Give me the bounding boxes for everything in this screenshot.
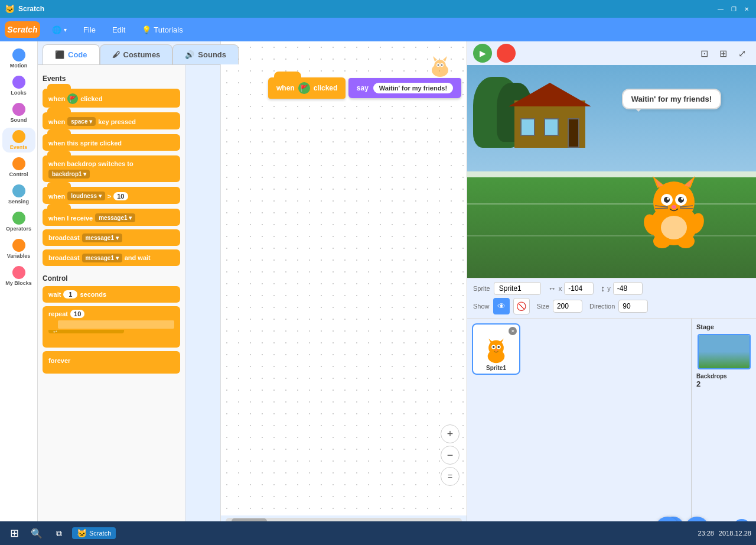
stage-canvas: Waitin' for my friends! xyxy=(467,65,756,278)
zoom-in-button[interactable]: + xyxy=(441,424,460,443)
variables-dot xyxy=(12,239,25,252)
sprite-x-input[interactable] xyxy=(564,282,594,295)
motion-dot xyxy=(12,48,25,61)
block-when-key-pressed[interactable]: when space ▾ key pressed xyxy=(43,112,180,129)
script-canvas[interactable]: when 🚩 clicked say Waitin' for my friend… xyxy=(221,41,467,515)
svg-point-1 xyxy=(434,60,446,72)
sound-dot xyxy=(12,103,25,116)
block-forever[interactable]: forever xyxy=(43,351,180,374)
svg-point-16 xyxy=(664,197,670,203)
backdrops-count: 2 xyxy=(694,379,700,388)
sprite-delete-button[interactable]: ✕ xyxy=(509,327,517,335)
tab-costumes[interactable]: 🖌 Costumes xyxy=(100,44,173,64)
sprite-name-input[interactable] xyxy=(494,282,541,295)
show-label: Show xyxy=(473,303,490,310)
block-when-flag-clicked[interactable]: when 🚩 clicked xyxy=(43,89,180,108)
search-taskbar-button[interactable]: 🔍 xyxy=(27,524,46,543)
sidebar-item-sound[interactable]: Sound xyxy=(2,100,35,125)
sensing-label: Sensing xyxy=(8,199,29,205)
control-label: Control xyxy=(9,171,28,177)
edit-menu[interactable]: Edit xyxy=(107,23,130,37)
taskbar-cat-icon: 🐱 xyxy=(77,528,87,538)
sidebar-item-events[interactable]: Events xyxy=(2,128,35,153)
task-view-button[interactable]: ⧉ xyxy=(50,524,69,543)
sidebar-item-looks[interactable]: Looks xyxy=(2,73,35,98)
wait-value[interactable]: 1 xyxy=(63,290,77,299)
myblocks-label: My Blocks xyxy=(5,280,32,286)
file-menu[interactable]: File xyxy=(79,23,100,37)
green-flag-button[interactable] xyxy=(473,44,492,63)
globe-icon: 🌐 xyxy=(52,25,61,34)
tutorials-menu[interactable]: 💡 Tutorials xyxy=(137,23,187,37)
house-door xyxy=(568,118,579,148)
block-broadcast[interactable]: broadcast message1 ▾ xyxy=(43,229,180,246)
block-broadcast-wait[interactable]: broadcast message1 ▾ and wait xyxy=(43,249,180,266)
fullscreen-button[interactable]: ⤢ xyxy=(734,45,750,61)
svg-marker-3 xyxy=(443,56,447,61)
direction-input[interactable] xyxy=(618,300,648,313)
menubar: Scratch 🌐 ▾ File Edit 💡 Tutorials xyxy=(0,18,756,41)
sidebar-item-control[interactable]: Control xyxy=(2,155,35,180)
script-say-block[interactable]: say Waitin' for my friends! xyxy=(348,78,461,98)
show-hidden-button[interactable]: 🚫 xyxy=(513,298,530,314)
small-stage-button[interactable]: ⊡ xyxy=(696,45,712,61)
svg-point-20 xyxy=(672,205,676,209)
bulb-icon: 💡 xyxy=(142,25,151,34)
language-menu[interactable]: 🌐 ▾ xyxy=(47,23,71,37)
svg-line-22 xyxy=(655,208,668,209)
block-repeat[interactable]: repeat 10 ↩ xyxy=(43,306,180,348)
broadcast-dropdown[interactable]: message1 ▾ xyxy=(82,233,122,242)
stage-mini-thumbnail[interactable] xyxy=(698,334,751,369)
operators-label: Operators xyxy=(6,226,31,232)
sidebar-item-motion[interactable]: Motion xyxy=(2,46,35,71)
script-hat-block[interactable]: when 🚩 clicked xyxy=(268,77,346,99)
repeat-value[interactable]: 10 xyxy=(70,310,84,318)
block-when-backdrop[interactable]: when backdrop switches to backdrop1 ▾ xyxy=(43,155,180,182)
zoom-out-button[interactable]: − xyxy=(441,446,460,465)
block-when-loudness[interactable]: when loudness ▾ > 10 xyxy=(43,187,180,204)
taskbar-time: 23:28 xyxy=(698,530,714,537)
svg-point-6 xyxy=(438,64,439,66)
sensor-dropdown[interactable]: loudness ▾ xyxy=(67,192,105,200)
say-value[interactable]: Waitin' for my friends! xyxy=(373,83,453,93)
sidebar-item-sensing[interactable]: Sensing xyxy=(2,182,35,207)
message-receive-dropdown[interactable]: message1 ▾ xyxy=(95,213,135,222)
svg-point-17 xyxy=(678,197,684,203)
scratch-taskbar-item[interactable]: 🐱 Scratch xyxy=(72,527,116,539)
control-section-title: Control xyxy=(43,274,180,283)
tab-sounds[interactable]: 🔊 Sounds xyxy=(172,44,239,64)
cat-sprite[interactable] xyxy=(627,160,721,254)
speech-bubble: Waitin' for my friends! xyxy=(622,89,721,109)
maximize-button[interactable]: ❐ xyxy=(729,4,738,14)
normal-stage-button[interactable]: ⊞ xyxy=(715,45,731,61)
zoom-fit-button[interactable]: = xyxy=(441,467,460,486)
sound-label: Sound xyxy=(11,117,27,123)
size-input[interactable] xyxy=(553,300,582,313)
sprite-tile-label: Sprite1 xyxy=(475,365,517,371)
motion-label: Motion xyxy=(10,63,28,69)
titlebar: 🐱 Scratch — ❐ ✕ xyxy=(0,0,756,18)
tab-code[interactable]: ⬛ Code xyxy=(43,44,100,64)
red-stop-button[interactable] xyxy=(497,44,516,63)
backdrop-dropdown[interactable]: backdrop1 ▾ xyxy=(48,170,90,179)
stage-controls: ⊡ ⊞ ⤢ xyxy=(467,41,756,65)
costume-icon: 🖌 xyxy=(112,50,120,59)
svg-point-18 xyxy=(667,197,669,200)
show-visible-button[interactable]: 👁 xyxy=(493,298,510,314)
minimize-button[interactable]: — xyxy=(716,4,725,14)
loudness-value[interactable]: 10 xyxy=(113,192,128,200)
code-icon: ⬛ xyxy=(55,50,64,59)
block-when-receive[interactable]: when I receive message1 ▾ xyxy=(43,209,180,226)
sprite-tile-sprite1[interactable]: ✕ xyxy=(472,323,520,375)
sidebar-item-operators[interactable]: Operators xyxy=(2,209,35,234)
sidebar-item-myblocks[interactable]: My Blocks xyxy=(2,264,35,288)
block-when-sprite-clicked[interactable]: when this sprite clicked xyxy=(43,134,180,151)
block-wait[interactable]: wait 1 seconds xyxy=(43,286,180,303)
key-dropdown[interactable]: space ▾ xyxy=(67,117,96,126)
sprite-name-label: Sprite xyxy=(473,285,490,292)
start-button[interactable]: ⊞ xyxy=(5,524,24,543)
close-button[interactable]: ✕ xyxy=(742,4,751,14)
sidebar-item-variables[interactable]: Variables xyxy=(2,236,35,261)
broadcast-wait-dropdown[interactable]: message1 ▾ xyxy=(82,254,122,262)
sprite-y-input[interactable] xyxy=(613,282,643,295)
